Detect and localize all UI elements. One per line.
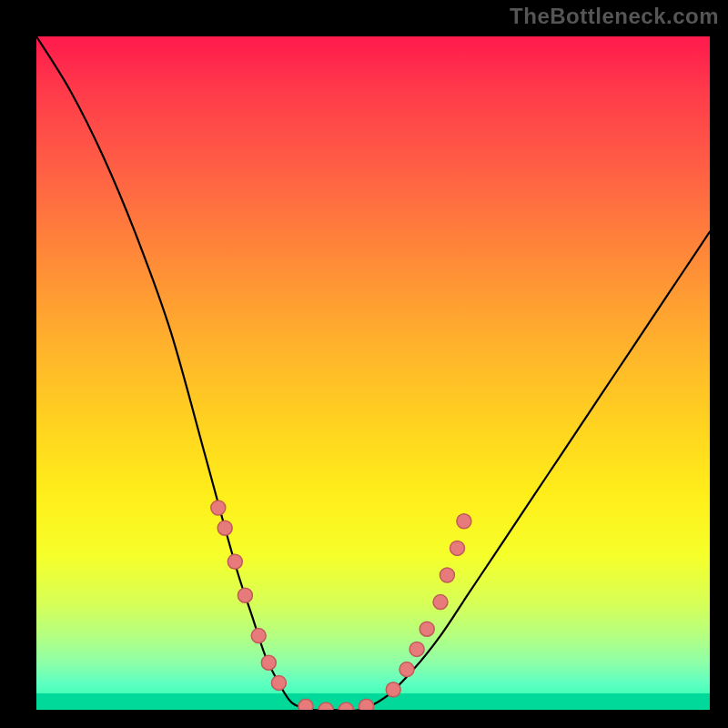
- data-marker: [318, 703, 333, 710]
- data-marker: [386, 682, 400, 697]
- data-marker: [261, 655, 276, 670]
- data-marker: [211, 500, 226, 515]
- data-marker: [228, 554, 242, 569]
- data-marker: [359, 699, 374, 710]
- data-marker: [339, 703, 353, 710]
- data-marker: [298, 699, 313, 710]
- bottleneck-curve: [36, 36, 710, 710]
- data-marker: [440, 568, 454, 582]
- data-marker: [457, 514, 471, 529]
- data-marker: [238, 588, 252, 602]
- data-marker: [251, 629, 266, 643]
- data-marker: [217, 521, 232, 535]
- data-marker: [410, 642, 424, 656]
- marker-group: [211, 500, 471, 710]
- data-marker: [271, 675, 286, 690]
- data-marker: [399, 662, 414, 677]
- curve-svg: [36, 36, 710, 710]
- watermark-text: TheBottleneck.com: [510, 4, 719, 29]
- data-marker: [433, 595, 448, 610]
- chart-frame: TheBottleneck.com: [0, 0, 728, 728]
- data-marker: [450, 541, 465, 555]
- plot-area: [36, 36, 710, 710]
- data-marker: [420, 622, 434, 636]
